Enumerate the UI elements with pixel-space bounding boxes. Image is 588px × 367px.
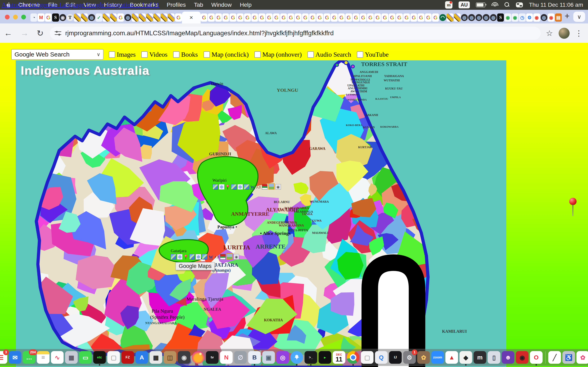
tab-google[interactable]: G bbox=[251, 13, 258, 22]
dock-mail[interactable]: ✉ bbox=[9, 351, 21, 364]
globe-link-icon[interactable]: ⊕ bbox=[237, 184, 243, 190]
tab-google[interactable]: G bbox=[208, 13, 215, 22]
checkbox-youtube[interactable]: YouTube bbox=[357, 51, 389, 58]
tab-chrome[interactable]: ◍ bbox=[468, 14, 475, 21]
tab-book[interactable]: ▤ bbox=[555, 13, 562, 22]
dock-chrome[interactable] bbox=[347, 351, 360, 364]
tab-chrome[interactable]: ◍ bbox=[476, 14, 482, 21]
tab-google[interactable]: G bbox=[316, 13, 323, 22]
checkbox-box[interactable] bbox=[109, 51, 115, 58]
tab-google[interactable]: G bbox=[201, 13, 208, 22]
hat-link-icon[interactable] bbox=[262, 184, 268, 190]
tab-google[interactable]: G bbox=[425, 13, 432, 22]
tab-s[interactable]: S bbox=[497, 13, 504, 22]
back-button[interactable]: ← bbox=[0, 29, 16, 38]
dock-calculator[interactable]: ▦ bbox=[150, 351, 162, 364]
chrome-menu-icon[interactable]: ⋮ bbox=[575, 29, 583, 38]
dock-filezilla[interactable]: FZ bbox=[121, 351, 134, 364]
tab-google[interactable]: G bbox=[266, 13, 273, 22]
tab-google[interactable]: G bbox=[215, 13, 222, 22]
dock-purple-face-app[interactable]: ☻ bbox=[502, 351, 515, 364]
tab-pencil[interactable] bbox=[153, 13, 160, 22]
tab-check[interactable]: ✓ bbox=[95, 13, 102, 22]
dock-pen-app[interactable]: ╱ bbox=[548, 351, 561, 364]
tab-clock[interactable]: ◷ bbox=[519, 13, 526, 22]
dock-safari[interactable]: ✦ bbox=[291, 351, 303, 364]
tab-nyt[interactable]: T bbox=[67, 14, 73, 21]
bookmark-star-icon[interactable]: ☆ bbox=[546, 29, 553, 38]
tab-google[interactable]: G bbox=[237, 13, 243, 22]
dock-launchpad[interactable]: ▦ bbox=[65, 351, 78, 364]
dock-photos[interactable]: ✿ bbox=[577, 351, 588, 364]
tab-gear[interactable]: ⚙ bbox=[526, 13, 533, 22]
tab-pencil[interactable] bbox=[74, 13, 81, 22]
url-text[interactable]: rjmprogramming.com.au/HTMLCSS/ImageMap/L… bbox=[65, 30, 334, 37]
dock-facetime[interactable]: ▭ bbox=[79, 351, 92, 364]
dock-wave-app[interactable]: ∿ bbox=[51, 351, 64, 364]
control-center-icon[interactable] bbox=[516, 2, 523, 7]
checkbox-images[interactable]: Images bbox=[109, 51, 136, 58]
dock-calendar[interactable]: DEC11 bbox=[333, 351, 346, 364]
dock-apple-tv[interactable]: tv bbox=[206, 351, 219, 364]
dock-inkscape[interactable]: ◆ bbox=[459, 351, 472, 364]
tab-google[interactable]: G bbox=[360, 13, 366, 22]
tab-pencil[interactable] bbox=[146, 13, 153, 22]
dock-podcasts[interactable]: ◎ bbox=[277, 351, 289, 364]
tab-google[interactable]: G bbox=[302, 13, 309, 22]
checkbox-box[interactable] bbox=[204, 51, 210, 58]
checkbox-audio-search[interactable]: Audio Search bbox=[307, 51, 351, 58]
tab-chrome[interactable]: ◍ bbox=[461, 14, 468, 21]
tab-google[interactable]: G bbox=[280, 13, 287, 22]
tab-google[interactable]: G bbox=[309, 13, 316, 22]
dock-iphone-mirroring[interactable]: ▯ bbox=[488, 351, 501, 364]
tab-google[interactable]: G bbox=[295, 13, 301, 22]
tab-pencil[interactable] bbox=[139, 13, 146, 22]
tab-dial[interactable]: ◔ bbox=[30, 13, 37, 22]
profile-avatar[interactable] bbox=[559, 28, 570, 39]
menubar-extra-app-icon[interactable]: m bbox=[445, 1, 452, 8]
tab-google[interactable]: G bbox=[45, 13, 52, 22]
dock-zoom[interactable]: zoom bbox=[432, 351, 444, 364]
checkbox-map-onhover-[interactable]: Map (onhover) bbox=[254, 51, 302, 58]
menu-profiles[interactable]: Profiles bbox=[163, 2, 190, 8]
tab-cam[interactable]: ◉ bbox=[60, 14, 66, 21]
tab-pin[interactable]: ◉ bbox=[512, 13, 518, 22]
tab-google[interactable]: G bbox=[229, 13, 236, 22]
spotlight-icon[interactable] bbox=[504, 2, 510, 8]
dock-firefox[interactable] bbox=[192, 351, 205, 364]
dock-blocked-app[interactable]: ∅ bbox=[234, 351, 247, 364]
tab-pencil[interactable] bbox=[447, 13, 453, 22]
reload-button[interactable]: ↻ bbox=[33, 29, 48, 38]
tab-chrome[interactable]: ◍ bbox=[541, 14, 547, 21]
tab-google[interactable]: G bbox=[117, 13, 124, 22]
tab-pencil[interactable] bbox=[168, 13, 174, 22]
battery-icon[interactable] bbox=[476, 2, 485, 7]
tab-google[interactable]: G bbox=[175, 13, 182, 22]
dock-terminal[interactable]: >_ bbox=[305, 351, 317, 364]
map-link-icon[interactable] bbox=[244, 184, 249, 190]
dock-accessibility-app[interactable]: ♿ bbox=[562, 351, 575, 364]
tab-google[interactable]: G bbox=[324, 13, 330, 22]
wifi-icon[interactable] bbox=[492, 2, 498, 8]
dock-textedit[interactable]: ▢ bbox=[107, 351, 120, 364]
tab-search-button[interactable]: ∨ bbox=[573, 12, 585, 22]
tab-pencil[interactable] bbox=[81, 13, 88, 22]
tab-chrome[interactable]: ◍ bbox=[490, 14, 497, 21]
menubar-clock[interactable]: Thu 11 Dec 11:06 am bbox=[529, 2, 583, 8]
tab-pencil[interactable] bbox=[132, 13, 138, 22]
tab-google[interactable]: G bbox=[273, 13, 280, 22]
tab-pencil[interactable] bbox=[454, 13, 461, 22]
site-settings-icon[interactable] bbox=[55, 30, 61, 36]
dock-notes[interactable]: ≡ bbox=[37, 351, 50, 364]
checkbox-box[interactable] bbox=[254, 51, 261, 58]
tab-google[interactable]: G bbox=[338, 13, 345, 22]
checkbox-box[interactable] bbox=[307, 51, 314, 58]
checkbox-box[interactable] bbox=[357, 51, 363, 58]
tab-google[interactable]: G bbox=[244, 13, 251, 22]
photo-link-icon[interactable] bbox=[268, 183, 275, 190]
close-tab-icon[interactable]: × bbox=[190, 14, 193, 21]
tab-google[interactable]: G bbox=[222, 13, 229, 22]
tab-google[interactable]: G bbox=[396, 13, 403, 22]
tab-google[interactable]: G bbox=[353, 13, 359, 22]
dock-bbedit[interactable]: B bbox=[248, 351, 261, 364]
